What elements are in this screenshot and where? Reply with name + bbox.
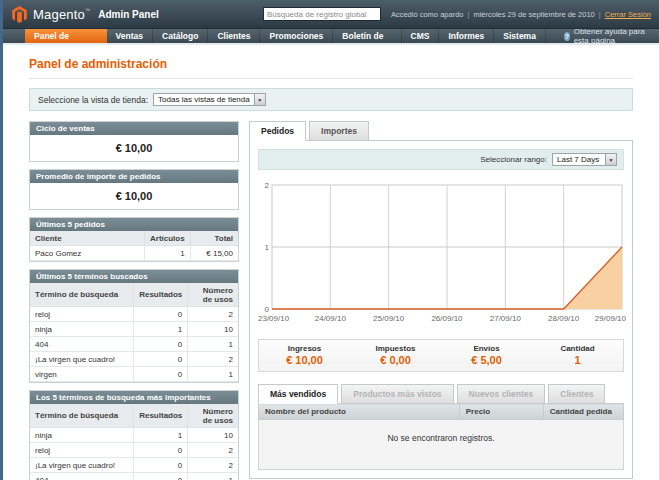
nav-item-promociones[interactable]: Promociones (260, 29, 333, 43)
svg-text:23/09/10: 23/09/10 (258, 314, 290, 323)
dropdown-arrow-icon: ▼ (254, 94, 265, 105)
table-header-row: Término de búsqueda Resultados Número de… (30, 404, 238, 428)
table-header-row: Nombre del producto Precio Cantidad pedi… (259, 404, 624, 420)
table-cell: 10 (188, 428, 238, 443)
table-cell: 0 (134, 443, 188, 458)
nav-item-informes[interactable]: Informes (439, 29, 494, 43)
range-bar: Seleccionar rango: Last 7 Days▼ (258, 149, 624, 170)
tab-importes[interactable]: Importes (309, 121, 369, 141)
svg-text:1: 1 (265, 243, 270, 252)
average-orders-value: € 10,00 (30, 183, 238, 209)
tab-pedidos[interactable]: Pedidos (249, 121, 306, 141)
range-label: Seleccionar rango: (480, 155, 547, 164)
table-row[interactable]: 404 0 1 (30, 473, 238, 480)
top-search-terms-box: Los 5 términos de búsqueda más important… (29, 390, 239, 480)
logout-link[interactable]: Cerrar Sesión (605, 10, 651, 19)
table-cell: Paco Gomez (30, 246, 144, 261)
help-link[interactable]: ? Obtener ayuda para esta página (564, 29, 659, 43)
nav-item-boletin[interactable]: Boletín de noticias (333, 29, 401, 43)
svg-text:27/09/10: 27/09/10 (490, 314, 522, 323)
table-row[interactable]: virgen 0 1 (30, 367, 238, 382)
products-table: Nombre del producto Precio Cantidad pedi… (258, 403, 624, 470)
stat-label: Ingresos (259, 344, 350, 353)
help-label: Obtener ayuda para esta página (574, 27, 647, 45)
last-orders-box: Últimos 5 pedidos Cliente Artículos Tota… (29, 217, 239, 262)
empty-message: No se encontraron registros. (259, 420, 624, 470)
nav-spacer (546, 29, 564, 43)
nav-item-catalogo[interactable]: Catálogo (153, 29, 208, 43)
column-header: Total (190, 231, 238, 246)
table-cell: 404 (30, 337, 134, 352)
last-orders-table: Cliente Artículos Total Paco Gomez 1 € 1… (30, 231, 238, 261)
stat-envios: Envíos € 5,00 (441, 344, 532, 366)
table-cell: 1 (134, 322, 188, 337)
table-cell: reloj (30, 443, 134, 458)
table-cell: 2 (188, 458, 238, 473)
trademark-symbol: ™ (85, 7, 90, 13)
nav-item-cms[interactable]: CMS (402, 29, 440, 43)
stat-ingresos: Ingresos € 10,00 (259, 344, 350, 366)
tab-productos-mas-vistos[interactable]: Productos más vistos (341, 384, 453, 404)
logo-wordmark: Magento™ (33, 7, 90, 22)
box-title: Últimos 5 términos buscados (30, 270, 238, 283)
table-cell: reloj (30, 307, 134, 322)
store-view-value: Todas las vistas de tienda (154, 94, 254, 105)
table-row[interactable]: ninja 1 10 (30, 428, 238, 443)
stat-impuestos: Impuestos € 0,00 (350, 344, 441, 366)
global-search-input[interactable] (263, 7, 381, 21)
table-cell: € 15,00 (190, 246, 238, 261)
store-view-select[interactable]: Todas las vistas de tienda▼ (153, 93, 266, 106)
column-header: Término de búsqueda (30, 404, 134, 428)
nav-item-dashboard[interactable]: Panel de administración (25, 29, 107, 43)
separator: | (467, 10, 469, 19)
table-header-row: Cliente Artículos Total (30, 231, 238, 246)
tab-nuevos-clientes[interactable]: Nuevos clientes (457, 384, 546, 404)
store-view-bar: Seleccione la vista de tienda: Todas las… (29, 88, 633, 111)
table-cell: 404 (30, 473, 134, 480)
table-row[interactable]: 404 0 1 (30, 337, 238, 352)
svg-text:28/09/10: 28/09/10 (548, 314, 580, 323)
current-date: miércoles 29 de septiembre de 2010 (473, 10, 594, 19)
range-select[interactable]: Last 7 Days▼ (552, 153, 617, 166)
nav-item-ventas[interactable]: Ventas (107, 29, 153, 43)
stat-cantidad: Cantidad 1 (532, 344, 623, 366)
table-cell: 0 (134, 367, 188, 382)
title-divider (29, 78, 633, 79)
table-cell: 0 (134, 458, 188, 473)
table-cell: 2 (188, 443, 238, 458)
table-row[interactable]: Paco Gomez 1 € 15,00 (30, 246, 238, 261)
table-cell: 1 (134, 428, 188, 443)
tab-mas-vendidos[interactable]: Más vendidos (258, 384, 338, 404)
svg-text:2: 2 (265, 181, 270, 190)
table-cell: 0 (134, 473, 188, 480)
stat-label: Impuestos (350, 344, 441, 353)
orders-chart: 01223/09/1024/09/1025/09/1026/09/1027/09… (258, 179, 624, 331)
page-content: Panel de administración Seleccione la vi… (3, 45, 659, 480)
table-row[interactable]: ¡La virgen que cuadro! 0 2 (30, 352, 238, 367)
table-row[interactable]: ninja 1 10 (30, 322, 238, 337)
svg-text:0: 0 (265, 305, 270, 314)
column-header: Nombre del producto (259, 404, 460, 420)
stat-value: 1 (532, 354, 623, 366)
stat-label: Envíos (441, 344, 532, 353)
svg-text:29/09/10: 29/09/10 (595, 314, 626, 323)
top-header: Magento™ Admin Panel Accedió como apardo… (3, 0, 659, 28)
table-cell: ¡La virgen que cuadro! (30, 352, 134, 367)
nav-item-sistema[interactable]: Sistema (494, 29, 546, 43)
lifetime-sales-box: Ciclo de ventas € 10,00 (29, 121, 239, 162)
table-row[interactable]: ¡La virgen que cuadro! 0 2 (30, 458, 238, 473)
lifetime-sales-value: € 10,00 (30, 135, 238, 161)
table-row[interactable]: reloj 0 2 (30, 307, 238, 322)
help-icon: ? (564, 32, 570, 41)
orders-chart-svg: 01223/09/1024/09/1025/09/1026/09/1027/09… (258, 179, 626, 327)
app-title: Admin Panel (98, 9, 159, 20)
magento-logo: Magento™ Admin Panel (11, 5, 159, 24)
table-header-row: Término de búsqueda Resultados Número de… (30, 283, 238, 307)
products-tabs: Más vendidos Productos más vistos Nuevos… (258, 384, 624, 403)
totals-bar: Ingresos € 10,00 Impuestos € 0,00 Envíos… (258, 339, 624, 372)
column-header: Artículos (144, 231, 190, 246)
table-row[interactable]: reloj 0 2 (30, 443, 238, 458)
table-cell: ninja (30, 428, 134, 443)
nav-item-clientes[interactable]: Clientes (208, 29, 260, 43)
tab-clientes[interactable]: Clientes (548, 384, 605, 404)
